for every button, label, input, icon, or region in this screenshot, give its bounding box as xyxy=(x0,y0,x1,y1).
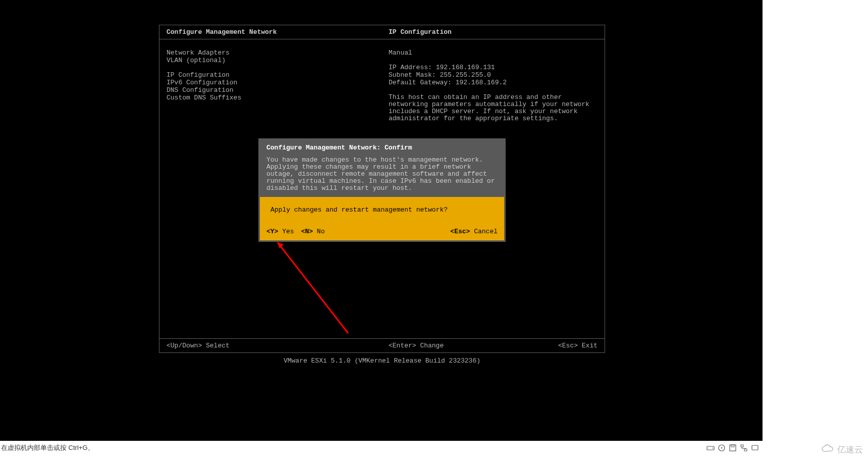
no-label: No xyxy=(317,228,325,235)
vm-console: Configure Management Network IP Configur… xyxy=(0,0,763,441)
dialog-lower: Apply changes and restart management net… xyxy=(260,197,504,240)
dialog-title: Configure Management Network: Confirm xyxy=(266,144,498,151)
menu-panel: Network Adapters VLAN (optional) IP Conf… xyxy=(167,49,389,122)
footer-updown: <Up/Down> Select xyxy=(167,342,389,349)
svg-rect-9 xyxy=(744,449,747,451)
dialog-question: Apply changes and restart management net… xyxy=(266,206,498,214)
menu-item-ip-config[interactable]: IP Configuration xyxy=(167,72,389,79)
menu-item-ipv6-config[interactable]: IPv6 Configuration xyxy=(167,79,389,86)
subnet-mask-label: Subnet Mask: xyxy=(389,71,436,79)
body: Network Adapters VLAN (optional) IP Conf… xyxy=(159,39,605,122)
default-gateway-value: 192.168.169.2 xyxy=(456,79,507,86)
watermark-text: 亿速云 xyxy=(837,444,863,455)
header-left-title: Configure Management Network xyxy=(167,28,389,36)
vm-focus-hint: 在虚拟机内部单击或按 Ctrl+G。 xyxy=(1,443,94,452)
ip-address-row: IP Address: 192.168.169.131 xyxy=(389,64,598,71)
subnet-mask-row: Subnet Mask: 255.255.255.0 xyxy=(389,72,598,79)
product-line: VMware ESXi 5.1.0 (VMKernel Release Buil… xyxy=(159,357,605,365)
svg-rect-6 xyxy=(730,445,736,451)
dialog-body-text: You have made changes to the host's mana… xyxy=(266,157,498,192)
menu-item-dns-suffixes[interactable]: Custom DNS Suffixes xyxy=(167,94,389,101)
footer-bar: <Up/Down> Select <Enter> Change <Esc> Ex… xyxy=(159,338,605,352)
message-icon[interactable] xyxy=(750,444,760,452)
info-panel: Manual IP Address: 192.168.169.131 Subne… xyxy=(389,49,598,122)
default-gateway-row: Default Gateway: 192.168.169.2 xyxy=(389,79,598,86)
ip-address-label: IP Address: xyxy=(389,64,432,71)
menu-item-dns-config[interactable]: DNS Configuration xyxy=(167,87,389,94)
header-bar: Configure Management Network IP Configur… xyxy=(159,25,605,39)
harddisk-icon[interactable] xyxy=(706,444,715,452)
cdrom-icon[interactable] xyxy=(717,444,726,452)
info-paragraph: This host can obtain an IP address and o… xyxy=(389,94,598,122)
vm-statusbar xyxy=(0,441,763,458)
watermark: 亿速云 xyxy=(821,441,863,458)
cloud-icon xyxy=(821,444,834,455)
confirm-dialog: Configure Management Network: Confirm Yo… xyxy=(258,138,506,242)
svg-point-3 xyxy=(712,448,713,449)
svg-rect-8 xyxy=(741,445,743,447)
dialog-button-row: <Y> Yes <N> No <Esc> Cancel xyxy=(266,228,498,235)
default-gateway-label: Default Gateway: xyxy=(389,79,452,86)
yes-button[interactable]: <Y> Yes xyxy=(266,228,294,235)
floppy-icon[interactable] xyxy=(728,444,737,452)
svg-rect-10 xyxy=(752,445,758,450)
cancel-label: Cancel xyxy=(474,228,498,235)
menu-item-network-adapters[interactable]: Network Adapters xyxy=(167,49,389,57)
ip-address-value: 192.168.169.131 xyxy=(436,64,495,71)
cancel-key: <Esc> xyxy=(450,228,470,235)
svg-point-5 xyxy=(721,447,723,449)
yes-label: Yes xyxy=(282,228,294,235)
vm-statusbar-icons xyxy=(706,444,760,452)
menu-spacer xyxy=(167,65,389,72)
footer-enter: <Enter> Change xyxy=(389,342,522,349)
no-button[interactable]: <N> No xyxy=(301,228,325,235)
subnet-mask-value: 255.255.255.0 xyxy=(440,71,491,79)
cancel-button[interactable]: <Esc> Cancel xyxy=(450,228,498,235)
header-right-title: IP Configuration xyxy=(389,28,598,36)
menu-item-vlan[interactable]: VLAN (optional) xyxy=(167,57,389,64)
yes-key: <Y> xyxy=(266,228,278,235)
network-icon[interactable] xyxy=(739,444,748,452)
ip-mode: Manual xyxy=(389,49,598,57)
footer-esc: <Esc> Exit xyxy=(522,342,598,349)
no-key: <N> xyxy=(301,228,313,235)
dialog-upper: Configure Management Network: Confirm Yo… xyxy=(260,140,504,197)
